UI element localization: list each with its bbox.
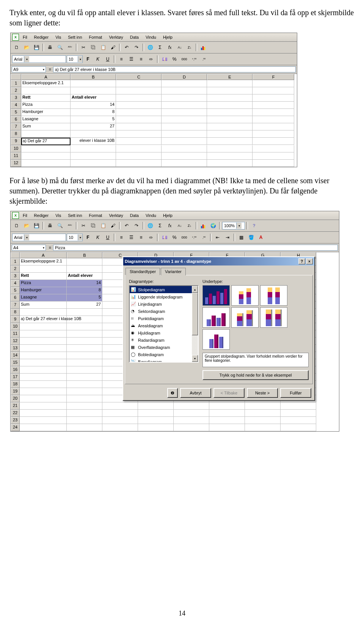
cell[interactable] bbox=[116, 109, 162, 116]
new-icon[interactable]: 🗋 bbox=[12, 43, 21, 52]
autosum-icon[interactable]: Σ bbox=[155, 43, 165, 52]
chart-type-item[interactable]: ⛰Arealdiagram bbox=[130, 322, 192, 329]
column-header[interactable]: D bbox=[162, 74, 207, 80]
row-header[interactable]: 4 bbox=[11, 280, 20, 287]
paste-icon[interactable]: 📋 bbox=[99, 221, 108, 230]
cell[interactable] bbox=[20, 338, 67, 345]
cell[interactable] bbox=[20, 309, 67, 316]
cell[interactable]: 27 bbox=[67, 302, 102, 309]
autosum-icon[interactable]: Σ bbox=[155, 221, 165, 230]
font-combo[interactable]: Arial▾ bbox=[12, 55, 66, 63]
function-icon[interactable]: fx bbox=[165, 43, 174, 52]
row-header[interactable]: 12 bbox=[11, 160, 21, 167]
subtype-1-clustered[interactable] bbox=[202, 285, 230, 306]
dec-decimal-icon[interactable]: ,⁰⁰ bbox=[199, 233, 209, 242]
column-header[interactable]: C bbox=[116, 74, 162, 80]
cell[interactable] bbox=[207, 87, 253, 94]
next-button[interactable]: Neste > bbox=[247, 388, 278, 398]
tab-standardtyper[interactable]: Standardtyper bbox=[126, 268, 160, 275]
redo-icon[interactable]: ↷ bbox=[132, 221, 141, 230]
menu-hjelp[interactable]: Hjelp bbox=[160, 34, 176, 40]
cell[interactable] bbox=[71, 152, 116, 160]
cell[interactable]: 5 bbox=[71, 116, 116, 123]
cell[interactable] bbox=[245, 417, 281, 424]
cell[interactable] bbox=[174, 410, 209, 417]
cell[interactable] bbox=[67, 258, 102, 265]
cell[interactable] bbox=[20, 388, 67, 395]
chart-type-item[interactable]: ◔Sektordiagram bbox=[130, 308, 192, 315]
row-header[interactable]: 3 bbox=[11, 94, 21, 102]
row-header[interactable]: 5 bbox=[11, 109, 21, 116]
back-button[interactable]: < Tilbake bbox=[213, 388, 245, 398]
row-header[interactable]: 4 bbox=[11, 102, 21, 109]
hyperlink-icon[interactable]: 🌐 bbox=[146, 221, 155, 230]
cell[interactable] bbox=[116, 80, 162, 87]
cell[interactable] bbox=[162, 123, 207, 130]
cell[interactable] bbox=[253, 160, 294, 167]
cell[interactable] bbox=[253, 80, 294, 87]
row-header[interactable]: 13 bbox=[11, 345, 20, 352]
cell[interactable] bbox=[102, 417, 138, 424]
chart-type-item[interactable]: ◉Hjuldiagram bbox=[130, 329, 192, 336]
name-box[interactable]: A4▾ bbox=[12, 245, 46, 251]
cell[interactable] bbox=[209, 410, 245, 417]
cell[interactable] bbox=[116, 152, 162, 160]
cell[interactable] bbox=[67, 366, 102, 374]
cell[interactable]: Eksempeloppgave 2.1 bbox=[20, 258, 67, 265]
cell[interactable]: Antall elever bbox=[71, 94, 116, 102]
chart-type-item[interactable]: ⠶Punktdiagram bbox=[130, 315, 192, 322]
menu-format[interactable]: Format bbox=[86, 34, 105, 40]
cell[interactable] bbox=[20, 323, 67, 330]
cell[interactable] bbox=[71, 145, 116, 152]
cell[interactable] bbox=[138, 424, 174, 431]
cell[interactable]: Rett bbox=[20, 273, 67, 280]
cell[interactable] bbox=[281, 417, 316, 424]
dialog-help-button[interactable]: ❷ bbox=[167, 388, 178, 398]
open-icon[interactable]: 📂 bbox=[22, 43, 31, 52]
cell[interactable] bbox=[20, 410, 67, 417]
align-left-icon[interactable]: ≡ bbox=[117, 55, 126, 64]
zoom-combo[interactable]: 100%▾ bbox=[222, 222, 245, 229]
cell[interactable] bbox=[20, 424, 67, 431]
cell[interactable] bbox=[116, 102, 162, 109]
fontsize-combo[interactable]: 10▾ bbox=[67, 234, 83, 241]
cell[interactable]: Lasagne bbox=[21, 116, 71, 123]
cut-icon[interactable]: ✂ bbox=[79, 221, 88, 230]
cell[interactable] bbox=[67, 359, 102, 366]
percent-icon[interactable]: % bbox=[170, 233, 179, 242]
chart-wizard-icon[interactable] bbox=[199, 221, 208, 230]
merge-icon[interactable]: ⬄ bbox=[146, 55, 155, 64]
cell[interactable]: Rett bbox=[21, 94, 71, 102]
cell[interactable] bbox=[207, 109, 253, 116]
cell[interactable] bbox=[102, 402, 138, 410]
spreadsheet-grid-1[interactable]: ABCDEF1Eksempeloppgave 2.123RettAntall e… bbox=[11, 74, 297, 167]
sort-asc-icon[interactable]: A↓ bbox=[175, 43, 184, 52]
menu-vis[interactable]: Vis bbox=[52, 212, 64, 218]
cell[interactable] bbox=[20, 330, 67, 338]
chart-type-item[interactable]: ◯Boblediagram bbox=[130, 351, 192, 358]
cell[interactable] bbox=[162, 138, 207, 145]
cell[interactable] bbox=[67, 338, 102, 345]
menu-vis[interactable]: Vis bbox=[52, 34, 64, 40]
cell[interactable] bbox=[253, 116, 294, 123]
cell[interactable] bbox=[207, 145, 253, 152]
row-header[interactable]: 2 bbox=[11, 87, 21, 94]
cell[interactable]: Sum bbox=[20, 302, 67, 309]
cell[interactable]: Hamburger bbox=[21, 109, 71, 116]
cell[interactable] bbox=[207, 160, 253, 167]
cell[interactable] bbox=[67, 352, 102, 359]
chart-type-item[interactable]: 📉Børsdiagram bbox=[130, 358, 192, 363]
spell-icon[interactable]: ᴬᴮᶜ bbox=[65, 221, 74, 230]
cell[interactable] bbox=[162, 160, 207, 167]
formula-input[interactable]: Pizza bbox=[53, 245, 338, 251]
currency-icon[interactable]: 💷 bbox=[160, 55, 169, 64]
cell[interactable] bbox=[162, 130, 207, 138]
cell[interactable] bbox=[71, 160, 116, 167]
cell[interactable] bbox=[253, 94, 294, 102]
row-header[interactable]: 14 bbox=[11, 352, 20, 359]
font-combo[interactable]: Arial▾ bbox=[12, 234, 66, 241]
row-header[interactable]: 21 bbox=[11, 402, 20, 410]
cell[interactable] bbox=[253, 123, 294, 130]
row-header[interactable]: 17 bbox=[11, 374, 20, 381]
cell[interactable] bbox=[207, 152, 253, 160]
